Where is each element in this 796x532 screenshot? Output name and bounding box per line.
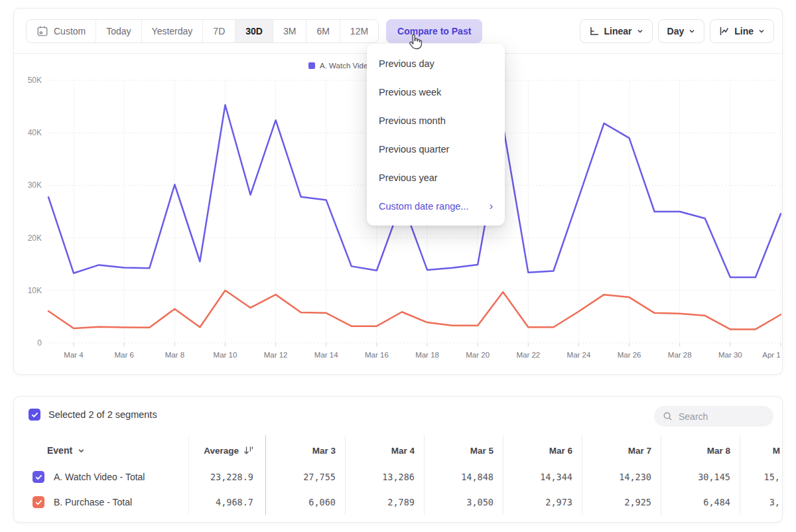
y-axis-label: 30K: [28, 180, 42, 190]
check-icon: [35, 499, 42, 506]
scale-select-button[interactable]: Linear: [580, 19, 653, 43]
line-chart-icon: [719, 26, 730, 36]
average-value: 4,968.7: [188, 497, 265, 507]
chart-options-group: Linear Day Line: [580, 19, 774, 43]
date-column-header[interactable]: Mar 4: [345, 446, 424, 456]
analytics-dashboard: Custom Today Yesterday 7D 30D 3M 6M 12M …: [0, 0, 796, 532]
average-value: 23,228.9: [188, 472, 265, 482]
y-axis-label: 10K: [28, 286, 42, 295]
search-icon: [663, 411, 673, 421]
date-preset-3m[interactable]: 3M: [273, 20, 306, 42]
date-preset-7d[interactable]: 7D: [203, 20, 235, 42]
date-column-header[interactable]: Mar 7: [582, 446, 661, 456]
menu-item-previous-day[interactable]: Previous day: [367, 49, 505, 78]
average-column-header[interactable]: Average: [188, 446, 265, 456]
search-input[interactable]: [679, 411, 758, 422]
x-axis-label: Mar 28: [668, 351, 692, 359]
date-preset-30d[interactable]: 30D: [235, 20, 273, 42]
date-range-control: Custom Today Yesterday 7D 30D 3M 6M 12M: [26, 19, 379, 43]
y-axis-label: 50K: [28, 76, 42, 85]
x-axis-label: Mar 10: [214, 351, 237, 359]
x-axis-label: Mar 26: [618, 351, 641, 359]
x-axis-label: Mar 14: [314, 351, 338, 359]
x-axis-label: Mar 20: [466, 351, 490, 359]
search-box[interactable]: [654, 406, 773, 427]
segment-label: A. Watch Video - Total: [54, 472, 145, 482]
date-preset-today[interactable]: Today: [96, 20, 141, 42]
value-cell: 30,145: [661, 472, 740, 482]
event-column-header[interactable]: Event: [14, 445, 188, 456]
segments-table-card: Selected 2 of 2 segments Event Average: [13, 396, 783, 523]
value-cell: 2,789: [345, 497, 424, 507]
date-column-header[interactable]: Mar 5: [424, 446, 503, 456]
selected-summary: Selected 2 of 2 segments: [48, 409, 157, 420]
series-line[interactable]: [48, 291, 781, 330]
y-axis-label: 40K: [28, 128, 42, 137]
x-axis-label: Mar 16: [365, 351, 389, 359]
value-cell: 2,973: [503, 497, 582, 507]
compare-to-past-button[interactable]: Compare to Past: [386, 19, 482, 43]
value-cell: 27,755: [265, 472, 345, 482]
hand-cursor: [406, 33, 423, 52]
sort-descending-icon: [243, 446, 253, 455]
compare-to-past-menu: Previous dayPrevious weekPrevious monthP…: [367, 44, 505, 226]
date-preset-custom[interactable]: Custom: [27, 20, 96, 42]
table-header-row: Event Average Mar 3 Mar 4 Mar 5 Mar 6 Ma…: [14, 437, 783, 464]
value-cell-clipped: 3,: [740, 497, 783, 507]
chevron-down-icon: [637, 28, 643, 34]
preset-label: Custom: [54, 26, 86, 36]
legend-swatch: [308, 62, 315, 69]
x-axis-label: Mar 30: [718, 351, 742, 359]
chevron-down-icon: [689, 28, 695, 34]
value-cell: 3,050: [424, 497, 503, 507]
date-column-header[interactable]: Mar 8: [661, 446, 740, 456]
date-column-header-clipped: M: [740, 446, 783, 456]
calendar-icon: [36, 25, 48, 37]
value-cell: 14,344: [503, 472, 582, 482]
value-cell-clipped: 15,: [740, 472, 783, 482]
x-axis-label: Mar 24: [567, 351, 591, 359]
menu-item-previous-month[interactable]: Previous month: [367, 106, 505, 135]
date-preset-6m[interactable]: 6M: [306, 20, 340, 42]
check-icon: [31, 411, 38, 419]
chevron-down-icon: [758, 28, 765, 34]
menu-item-custom-date-range[interactable]: Custom date range...›: [367, 192, 505, 220]
value-cell: 2,925: [582, 497, 661, 507]
chevron-down-icon: [78, 447, 85, 454]
y-axis-label: 20K: [28, 233, 42, 243]
scale-label: Linear: [604, 26, 632, 36]
table-row: B. Purchase - Total4,968.76,0602,7893,05…: [14, 490, 783, 515]
interval-select-button[interactable]: Day: [658, 19, 705, 43]
segment-label: B. Purchase - Total: [54, 497, 132, 507]
date-preset-12m[interactable]: 12M: [340, 20, 378, 42]
chart-type-label: Line: [734, 26, 754, 36]
check-icon: [35, 474, 42, 481]
x-axis-label: Mar 18: [415, 351, 439, 359]
value-cell: 14,848: [424, 472, 503, 482]
chevron-right-icon: ›: [490, 200, 493, 212]
date-column-header[interactable]: Mar 3: [265, 446, 345, 456]
x-axis-label: Mar 12: [264, 351, 288, 359]
menu-item-previous-year[interactable]: Previous year: [367, 163, 505, 192]
chart-type-select-button[interactable]: Line: [710, 19, 774, 43]
value-cell: 6,060: [265, 497, 345, 507]
select-all-checkbox[interactable]: [29, 409, 40, 421]
y-axis-label: 0: [37, 338, 42, 348]
linear-scale-icon: [589, 26, 600, 36]
row-checkbox[interactable]: [33, 496, 44, 508]
value-cell: 6,484: [661, 497, 740, 507]
x-axis-label: Mar 6: [115, 351, 134, 359]
date-preset-yesterday[interactable]: Yesterday: [142, 20, 204, 42]
menu-item-previous-week[interactable]: Previous week: [367, 78, 505, 106]
date-column-header[interactable]: Mar 6: [503, 446, 582, 456]
menu-item-previous-quarter[interactable]: Previous quarter: [367, 135, 505, 163]
value-cell: 13,286: [345, 472, 424, 482]
interval-label: Day: [667, 26, 685, 36]
x-axis-label: Apr 1: [762, 351, 781, 359]
x-axis-label: Mar 8: [165, 351, 184, 359]
table-row: A. Watch Video - Total23,228.927,75513,2…: [14, 464, 783, 490]
row-checkbox[interactable]: [33, 471, 44, 483]
x-axis-label: Mar 4: [64, 351, 84, 359]
value-cell: 14,230: [582, 472, 661, 482]
x-axis-label: Mar 22: [516, 351, 540, 359]
